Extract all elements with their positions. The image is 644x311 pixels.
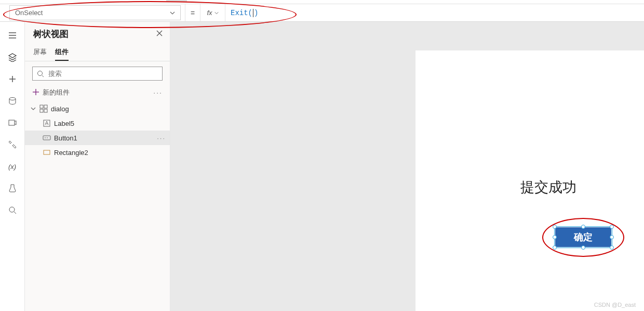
search-icon[interactable] bbox=[7, 205, 18, 215]
tree-item-label: Rectangle2 bbox=[54, 149, 88, 157]
variable-icon[interactable]: (x) bbox=[7, 161, 18, 172]
hamburger-icon[interactable] bbox=[7, 30, 18, 41]
canvas-area[interactable]: 提交成功 确定 CSDN @D_east bbox=[170, 22, 644, 311]
component-icon bbox=[39, 105, 48, 113]
tree-list: dialog Label5 Button1 ··· Rectangle2 bbox=[25, 101, 170, 311]
fx-button[interactable]: fx bbox=[200, 4, 225, 21]
tree-item-label5[interactable]: Label5 bbox=[25, 116, 170, 131]
resize-handle[interactable] bbox=[581, 245, 585, 250]
text-cursor bbox=[253, 9, 253, 17]
resize-handle[interactable] bbox=[610, 245, 614, 250]
chevron-down-icon bbox=[214, 9, 219, 17]
formula-input[interactable]: Exit() bbox=[225, 4, 644, 21]
top-divider bbox=[0, 0, 644, 4]
data-icon[interactable] bbox=[7, 96, 18, 106]
tree-item-label: dialog bbox=[51, 105, 69, 113]
resize-handle[interactable] bbox=[553, 245, 557, 250]
equals-label: = bbox=[185, 4, 200, 21]
tab-screen[interactable]: 屏幕 bbox=[33, 44, 47, 61]
tree-item-button1[interactable]: Button1 ··· bbox=[25, 131, 170, 145]
more-icon[interactable]: ··· bbox=[153, 88, 163, 97]
svg-rect-5 bbox=[44, 105, 47, 108]
plus-icon bbox=[32, 88, 39, 97]
svg-point-0 bbox=[9, 98, 16, 100]
tools-icon[interactable] bbox=[7, 139, 18, 150]
fx-label: fx bbox=[207, 9, 212, 17]
plus-icon[interactable] bbox=[7, 74, 18, 84]
tree-item-rectangle2[interactable]: Rectangle2 bbox=[25, 145, 170, 160]
left-nav-rail: (x) bbox=[0, 22, 25, 311]
formula-function-name: Exit bbox=[231, 9, 248, 17]
tab-components[interactable]: 组件 bbox=[55, 44, 69, 61]
tree-item-label: Label5 bbox=[54, 120, 74, 127]
svg-point-3 bbox=[38, 71, 43, 75]
resize-handle[interactable] bbox=[553, 235, 557, 239]
svg-rect-7 bbox=[44, 109, 47, 112]
test-icon[interactable] bbox=[7, 183, 18, 193]
more-icon[interactable]: ··· bbox=[157, 134, 166, 142]
layers-icon[interactable] bbox=[7, 52, 18, 62]
media-icon[interactable] bbox=[7, 118, 18, 128]
tree-item-label: Button1 bbox=[54, 134, 77, 142]
svg-rect-1 bbox=[9, 120, 15, 125]
selection-outline bbox=[554, 226, 612, 248]
chevron-down-icon bbox=[170, 10, 175, 16]
resize-handle[interactable] bbox=[553, 225, 557, 229]
success-label: 提交成功 bbox=[520, 178, 576, 197]
property-selector-label: OnSelect bbox=[15, 9, 43, 17]
rectangle-icon bbox=[43, 148, 51, 157]
search-input[interactable] bbox=[32, 67, 163, 81]
selection-box[interactable]: 确定 bbox=[555, 227, 611, 247]
artboard[interactable]: 提交成功 确定 bbox=[415, 50, 644, 311]
new-component-button[interactable]: 新的组件 bbox=[32, 88, 70, 97]
svg-rect-4 bbox=[40, 105, 43, 108]
tree-item-dialog[interactable]: dialog bbox=[25, 101, 170, 116]
resize-handle[interactable] bbox=[581, 225, 585, 229]
new-component-label: 新的组件 bbox=[43, 88, 70, 97]
tree-view-panel: 树状视图 屏幕 组件 新的组件 ··· dialog bbox=[25, 22, 170, 311]
resize-handle[interactable] bbox=[610, 235, 614, 239]
search-field[interactable] bbox=[48, 70, 158, 77]
chevron-down-icon bbox=[30, 106, 36, 111]
resize-handle[interactable] bbox=[610, 225, 614, 229]
formula-bar: OnSelect = fx Exit() bbox=[0, 4, 644, 22]
close-icon[interactable] bbox=[156, 30, 163, 38]
svg-rect-6 bbox=[40, 109, 43, 112]
svg-point-2 bbox=[9, 207, 15, 212]
button-icon bbox=[43, 134, 51, 142]
tree-tabs: 屏幕 组件 bbox=[25, 44, 170, 61]
svg-rect-10 bbox=[44, 150, 50, 154]
label-icon bbox=[43, 119, 51, 127]
tree-view-title: 树状视图 bbox=[33, 28, 69, 40]
search-icon bbox=[37, 70, 44, 77]
watermark: CSDN @D_east bbox=[594, 302, 636, 308]
property-selector[interactable]: OnSelect bbox=[9, 5, 181, 20]
